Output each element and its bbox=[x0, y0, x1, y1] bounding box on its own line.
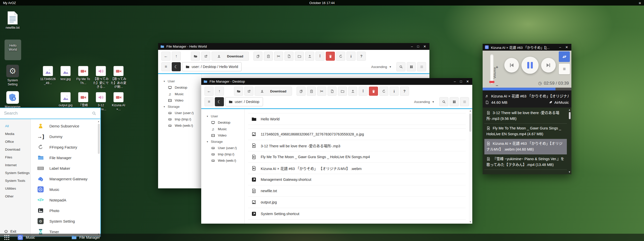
pause-button[interactable] bbox=[521, 57, 539, 74]
app-item-music[interactable]: Music bbox=[31, 184, 100, 195]
sidebar-section-storage[interactable]: ▾ Storage bbox=[158, 104, 201, 110]
scroll-up-icon[interactable]: ▲ bbox=[98, 120, 100, 123]
scroll-thumb[interactable] bbox=[469, 114, 471, 132]
breadcrumb[interactable]: user: / Desktop bbox=[225, 97, 263, 106]
app-grid-icon[interactable] bbox=[4, 234, 10, 241]
maximize-button[interactable]: □ bbox=[460, 80, 462, 83]
app-item-system-setting[interactable]: ⚙ System Setting bbox=[31, 216, 100, 226]
exit-button[interactable]: Exit bbox=[0, 229, 31, 233]
sidebar-section-storage[interactable]: ▾ Storage bbox=[201, 139, 244, 145]
desktop-file-icon[interactable]: 117346026_49... bbox=[39, 66, 56, 89]
close-button[interactable]: ✕ bbox=[565, 45, 568, 49]
grid-view-button[interactable] bbox=[407, 62, 416, 71]
upload-button[interactable] bbox=[348, 87, 357, 96]
next-track-button[interactable] bbox=[541, 58, 556, 73]
help-button[interactable]: ? bbox=[400, 87, 409, 96]
sort-dropdown[interactable]: Ascending ▼ bbox=[411, 97, 438, 106]
paste-button[interactable] bbox=[264, 52, 273, 61]
title-bar[interactable]: Kizuna AI × 花譜 #63 「かりそめ」【[... – ✕ bbox=[483, 44, 571, 51]
file-row-output-jpg[interactable]: output.jpg bbox=[248, 197, 466, 208]
category-all[interactable]: All bbox=[0, 122, 31, 130]
playlist-item[interactable]: 3-12 There will be love there -愛のある場所-.m… bbox=[484, 108, 567, 124]
category-utilities[interactable]: Utilities bbox=[0, 185, 31, 192]
open-button[interactable] bbox=[234, 87, 243, 96]
app-item-management-gateway[interactable]: Management Gateway bbox=[31, 174, 100, 184]
sidebar-item-web-web[interactable]: Web (web:/) bbox=[158, 122, 201, 129]
grid-view-button[interactable] bbox=[450, 97, 459, 106]
desktop-file-icon[interactable]: 【歌ってみた】愛にできる... bbox=[92, 66, 109, 89]
new-folder-button[interactable] bbox=[338, 87, 347, 96]
sidebar-item-user-user[interactable]: User (user:/) bbox=[158, 110, 201, 116]
file-row-fly-me-to-the-moon-gawr-gura-sings-holol[interactable]: Fly Me To The Moon _ Gawr Gura Sings _ H… bbox=[248, 151, 466, 163]
scroll-thumb[interactable] bbox=[569, 112, 571, 119]
repeat-button[interactable] bbox=[559, 51, 570, 62]
title-bar[interactable]: File Manager - Hello World – □ ✕ bbox=[158, 43, 429, 50]
list-view-button[interactable] bbox=[460, 97, 469, 106]
search-input[interactable] bbox=[4, 111, 89, 116]
category-office[interactable]: Office bbox=[0, 138, 31, 146]
file-row-kizuna-ai-63-mv-webm[interactable]: Kizuna AI × 花譜 #63 「かりそめ」 【オリジナルMV】 .web… bbox=[248, 163, 466, 174]
category-system-settings[interactable]: System Settings bbox=[0, 169, 31, 177]
new-folder-button[interactable] bbox=[295, 52, 304, 61]
scroll-up-icon[interactable]: ▲ bbox=[469, 110, 472, 112]
dark-mode-button[interactable]: ☾ bbox=[172, 62, 181, 71]
scroll-thumb[interactable] bbox=[98, 124, 100, 154]
info-button[interactable]: i bbox=[390, 87, 399, 96]
sidebar-item-user-user[interactable]: User (user:/) bbox=[201, 145, 244, 151]
playlist-button[interactable]: ≡ bbox=[559, 64, 570, 74]
sidebar-item-tmp-tmp[interactable]: tmp (tmp:/) bbox=[158, 116, 201, 122]
back-button[interactable]: ← bbox=[204, 87, 214, 96]
new-file-button[interactable] bbox=[284, 52, 294, 61]
search-button[interactable] bbox=[439, 97, 448, 106]
sidebar-item-desktop[interactable]: Desktop bbox=[201, 119, 244, 126]
menu-toggle-button[interactable]: ≡ bbox=[161, 62, 170, 71]
desktop-file-icon[interactable]: 【歌ってみた】あの夏が飽... bbox=[110, 66, 127, 89]
hamburger-icon[interactable]: ≡ bbox=[639, 1, 641, 5]
category-system-tools[interactable]: System Tools bbox=[0, 177, 31, 185]
maximize-button[interactable]: □ bbox=[417, 45, 419, 48]
app-item-notepada[interactable]: </> NotepadA bbox=[31, 195, 100, 205]
delete-button[interactable] bbox=[369, 87, 378, 96]
back-button[interactable]: ← bbox=[161, 52, 170, 61]
cut-button[interactable]: ✂ bbox=[274, 52, 283, 61]
file-row-newfile-txt[interactable]: newfile.txt bbox=[248, 185, 466, 197]
search-button[interactable] bbox=[396, 62, 405, 71]
up-button[interactable]: ↑ bbox=[172, 52, 181, 61]
volume-handle[interactable] bbox=[489, 81, 494, 83]
open-in-new-button[interactable] bbox=[201, 52, 210, 61]
list-view-button[interactable] bbox=[417, 62, 426, 71]
taskbar-item-file-manager[interactable]: File Manager bbox=[71, 235, 100, 240]
minimize-button[interactable]: – bbox=[411, 45, 413, 48]
info-button[interactable]: i bbox=[346, 52, 356, 61]
desktop-file-icon[interactable]: Fly Me To Th... bbox=[75, 66, 92, 89]
close-button[interactable]: ✕ bbox=[466, 80, 469, 83]
sidebar-item-video[interactable]: Video bbox=[158, 97, 201, 104]
cut-button[interactable]: ✂ bbox=[317, 87, 326, 96]
minimize-button[interactable]: – bbox=[454, 80, 456, 83]
category-internet[interactable]: Internet bbox=[0, 161, 31, 169]
menu-toggle-button[interactable]: ≡ bbox=[204, 97, 214, 106]
app-item-label-maker[interactable]: Label Maker bbox=[31, 163, 100, 174]
desktop-file-icon[interactable]: Kizuna AI ×... bbox=[110, 92, 127, 111]
file-row-hello-world[interactable]: Hello World bbox=[248, 113, 466, 125]
file-row-117346026-4968186883206677-3276783073763[interactable]: 117346026_4968186883206677_3276783073763… bbox=[248, 129, 466, 140]
playlist-item[interactable]: 『雪峰 ~yukimine~ Piano & Strings Ver.』を歌って… bbox=[484, 154, 567, 170]
close-button[interactable]: ✕ bbox=[423, 45, 426, 48]
search-icon[interactable] bbox=[92, 111, 96, 116]
category-files[interactable]: Files bbox=[0, 153, 31, 161]
delete-button[interactable] bbox=[326, 52, 335, 61]
desktop-file-icon[interactable]: test.jpg bbox=[57, 66, 74, 89]
app-item-file-manager[interactable]: File Manager bbox=[31, 152, 100, 163]
previous-track-button[interactable] bbox=[504, 58, 519, 73]
desktop-icon-management-gateway[interactable]: Management Gateway bbox=[3, 91, 22, 109]
app-item-photo[interactable]: Photo bbox=[31, 205, 100, 216]
new-file-button[interactable] bbox=[328, 87, 337, 96]
app-item-ffmpeg-factory[interactable]: FFmpeg Factory bbox=[31, 142, 100, 152]
file-row-management-gateway-shortcut[interactable]: Management Gateway.shortcut bbox=[248, 174, 466, 185]
sidebar-item-music[interactable]: ♫ Music bbox=[158, 91, 201, 97]
sort-dropdown[interactable]: Ascending ▼ bbox=[368, 62, 395, 71]
open-button[interactable] bbox=[191, 52, 200, 61]
upload-button[interactable] bbox=[305, 52, 314, 61]
category-media[interactable]: Media bbox=[0, 130, 31, 138]
scrollbar[interactable]: ▲ ▼ bbox=[469, 110, 472, 223]
